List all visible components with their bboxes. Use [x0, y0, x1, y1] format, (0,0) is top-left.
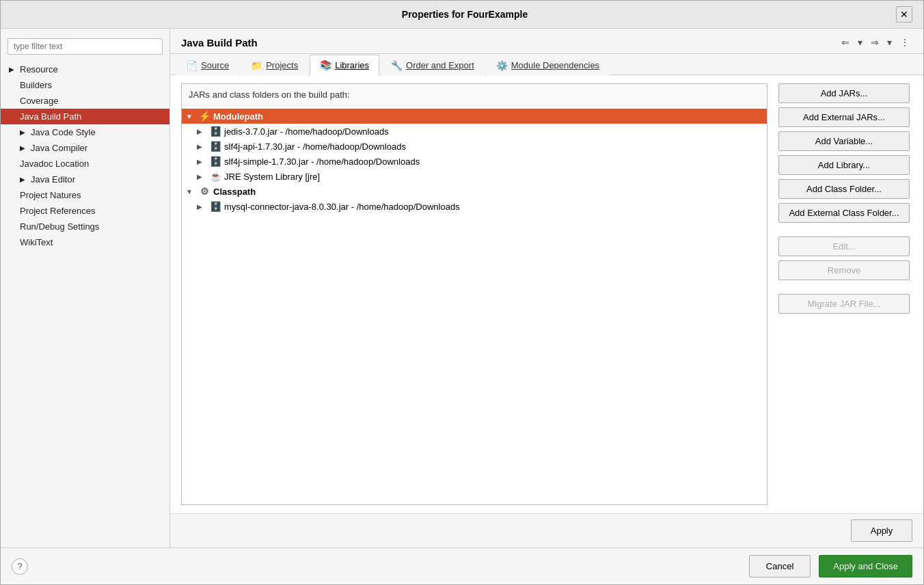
jar-icon: 🗄️: [209, 141, 221, 152]
tab-source[interactable]: 📄 Source: [176, 55, 239, 75]
sidebar-item-label: Project Natures: [20, 190, 81, 200]
sidebar-item-java-code-style[interactable]: ▶ Java Code Style: [1, 124, 169, 140]
order-export-tab-icon: 🔧: [391, 60, 403, 71]
apply-button[interactable]: Apply: [851, 519, 912, 542]
modulepath-label: Modulepath: [213, 111, 263, 122]
tab-module-dependencies[interactable]: ⚙️ Module Dependencies: [486, 55, 610, 75]
modulepath-node[interactable]: ▼ ⚡ Modulepath: [182, 109, 767, 124]
add-variable-button[interactable]: Add Variable...: [778, 131, 910, 151]
jar-chevron-icon: ▶: [197, 128, 206, 135]
nav-forward-button[interactable]: ⇒: [868, 36, 882, 49]
jre-chevron-icon: ▶: [197, 173, 206, 180]
module-dependencies-tab-icon: ⚙️: [496, 60, 508, 71]
sidebar-item-label: Javadoc Location: [20, 159, 89, 169]
jar-chevron-icon: ▶: [197, 158, 206, 165]
add-jars-button[interactable]: Add JARs...: [778, 83, 910, 103]
slf4j-simple-jar-label: slf4j-simple-1.7.30.jar - /home/hadoop/D…: [224, 157, 420, 167]
sidebar-item-label: Coverage: [20, 96, 58, 106]
close-button[interactable]: ✕: [896, 6, 912, 23]
add-class-folder-button[interactable]: Add Class Folder...: [778, 179, 910, 199]
content-area: JARs and class folders on the build path…: [170, 75, 923, 513]
apply-close-button[interactable]: Apply and Close: [819, 555, 912, 577]
sidebar-item-label: Project References: [20, 206, 96, 216]
tab-libraries-label: Libraries: [335, 60, 369, 70]
sidebar: ▶ Resource Builders Coverage Java Build …: [1, 29, 170, 547]
tab-order-export-label: Order and Export: [406, 60, 474, 70]
mysql-jar-node[interactable]: ▶ 🗄️ mysql-connector-java-8.0.30.jar - /…: [182, 199, 767, 214]
sidebar-item-java-editor[interactable]: ▶ Java Editor: [1, 172, 169, 187]
sidebar-item-coverage[interactable]: Coverage: [1, 93, 169, 109]
jar-icon: 🗄️: [209, 156, 221, 167]
slf4j-simple-jar-node[interactable]: ▶ 🗄️ slf4j-simple-1.7.30.jar - /home/had…: [182, 154, 767, 169]
chevron-icon: ▶: [20, 128, 28, 136]
libraries-tab-icon: 📚: [320, 59, 331, 70]
nav-forward-dropdown[interactable]: ▾: [884, 36, 895, 49]
nav-back-dropdown[interactable]: ▾: [855, 36, 865, 49]
classpath-chevron-icon: ▼: [186, 188, 195, 195]
sidebar-item-java-compiler[interactable]: ▶ Java Compiler: [1, 140, 169, 156]
sidebar-item-label: Java Editor: [31, 174, 75, 185]
chevron-icon: ▶: [9, 66, 17, 73]
sidebar-item-java-build-path[interactable]: Java Build Path: [1, 109, 169, 124]
button-spacer: [778, 227, 910, 232]
modulepath-chevron-icon: ▼: [186, 113, 195, 120]
filter-wrap: [1, 34, 169, 62]
edit-button[interactable]: Edit...: [778, 236, 910, 256]
jre-system-library-node[interactable]: ▶ ☕ JRE System Library [jre]: [182, 169, 767, 184]
migrate-jar-button[interactable]: Migrate JAR File...: [778, 294, 910, 314]
tab-module-dependencies-label: Module Dependencies: [511, 60, 599, 70]
properties-dialog: Properties for FourExample ✕ ▶ Resource …: [0, 0, 924, 585]
source-tab-icon: 📄: [186, 60, 198, 71]
add-library-button[interactable]: Add Library...: [778, 155, 910, 175]
dialog-body: ▶ Resource Builders Coverage Java Build …: [1, 29, 923, 547]
tabs-bar: 📄 Source 📁 Projects 📚 Libraries 🔧 Order …: [170, 54, 923, 75]
remove-button[interactable]: Remove: [778, 260, 910, 280]
tab-projects-label: Projects: [266, 60, 298, 70]
tab-source-label: Source: [201, 60, 229, 70]
jar-chevron-icon: ▶: [197, 203, 206, 210]
sidebar-item-label: Java Code Style: [31, 127, 96, 137]
add-external-jars-button[interactable]: Add External JARs...: [778, 107, 910, 127]
sidebar-item-run-debug-settings[interactable]: Run/Debug Settings: [1, 219, 169, 234]
sidebar-item-javadoc-location[interactable]: Javadoc Location: [1, 156, 169, 172]
tree-content: ▼ ⚡ Modulepath ▶ 🗄️ jedis-3.7.0.jar - /h…: [182, 106, 767, 504]
page-title: Java Build Path: [181, 37, 258, 49]
modulepath-icon: ⚡: [198, 111, 210, 122]
chevron-icon: ▶: [20, 176, 28, 183]
sidebar-item-label: Java Build Path: [20, 111, 81, 122]
jar-icon: 🗄️: [209, 126, 221, 137]
help-button[interactable]: ?: [12, 558, 28, 575]
tree-panel: JARs and class folders on the build path…: [181, 83, 767, 505]
filter-input[interactable]: [8, 38, 163, 55]
mysql-jar-label: mysql-connector-java-8.0.30.jar - /home/…: [224, 202, 460, 212]
classpath-node[interactable]: ▼ ⚙ Classpath: [182, 184, 767, 199]
nav-back-button[interactable]: ⇐: [839, 36, 852, 49]
title-bar: Properties for FourExample ✕: [1, 1, 923, 29]
tree-description: JARs and class folders on the build path…: [182, 84, 767, 106]
sidebar-item-builders[interactable]: Builders: [1, 77, 169, 93]
add-external-class-folder-button[interactable]: Add External Class Folder...: [778, 203, 910, 223]
bottom-bar: ? Cancel Apply and Close: [1, 547, 923, 584]
tab-order-export[interactable]: 🔧 Order and Export: [381, 55, 485, 75]
tab-projects[interactable]: 📁 Projects: [241, 55, 308, 75]
jedis-jar-node[interactable]: ▶ 🗄️ jedis-3.7.0.jar - /home/hadoop/Down…: [182, 124, 767, 139]
classpath-label: Classpath: [213, 187, 256, 197]
sidebar-item-project-references[interactable]: Project References: [1, 203, 169, 219]
sidebar-item-resource[interactable]: ▶ Resource: [1, 62, 169, 77]
main-header: Java Build Path ⇐ ▾ ⇒ ▾ ⋮: [170, 29, 923, 54]
sidebar-item-label: WikiText: [20, 237, 53, 247]
sidebar-item-project-natures[interactable]: Project Natures: [1, 187, 169, 203]
dialog-title: Properties for FourExample: [33, 9, 896, 20]
jre-library-label: JRE System Library [jre]: [224, 172, 320, 182]
cancel-button[interactable]: Cancel: [749, 555, 811, 577]
sidebar-item-label: Java Compiler: [31, 143, 87, 153]
sidebar-item-wikitext[interactable]: WikiText: [1, 234, 169, 250]
sidebar-item-label: Builders: [20, 80, 52, 90]
tab-libraries[interactable]: 📚 Libraries: [310, 55, 379, 75]
classpath-icon: ⚙: [198, 186, 210, 197]
slf4j-api-jar-node[interactable]: ▶ 🗄️ slf4j-api-1.7.30.jar - /home/hadoop…: [182, 139, 767, 154]
projects-tab-icon: 📁: [251, 60, 262, 71]
jedis-jar-label: jedis-3.7.0.jar - /home/hadoop/Downloads: [224, 126, 389, 137]
overflow-menu-button[interactable]: ⋮: [897, 36, 912, 49]
buttons-panel: Add JARs... Add External JARs... Add Var…: [776, 83, 912, 505]
